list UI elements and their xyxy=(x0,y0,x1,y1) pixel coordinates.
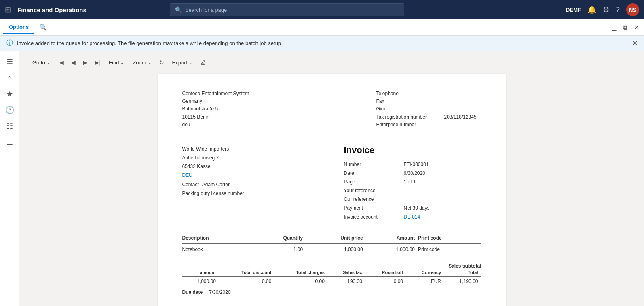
search-input[interactable] xyxy=(185,7,399,13)
export-button[interactable]: Export ⌄ xyxy=(169,58,196,67)
report-area: Go to ⌄ |◀ ◀ ▶ ▶| Find ⌄ Zoom ⌄ ↻ Export… xyxy=(19,51,644,306)
nav-last-button[interactable]: ▶| xyxy=(92,57,103,67)
sidebar-modules-icon[interactable]: ☰ xyxy=(2,135,17,150)
find-button[interactable]: Find ⌄ xyxy=(106,58,127,67)
popout-icon[interactable]: ⧉ xyxy=(621,22,629,33)
top-navigation: ⊞ Finance and Operations 🔍 DEMF 🔔 ⚙ ? NS xyxy=(0,0,644,19)
invoice-page-value: 1 of 1 xyxy=(404,178,416,187)
grid-icon[interactable]: ⊞ xyxy=(5,5,11,14)
col-unit-price: Unit price xyxy=(306,234,366,244)
invoice-number-row: Number FTI-000001 xyxy=(344,160,481,169)
col-round-off-header: Round-off xyxy=(365,269,406,277)
totals-round-off: 0.00 xyxy=(365,277,406,286)
company-street: Bahnhofstraße 5 xyxy=(182,105,249,113)
search-icon: 🔍 xyxy=(175,6,182,13)
contact-value: Adam Carter xyxy=(202,181,230,189)
sales-subtotal-label: Sales subtotal xyxy=(448,263,481,269)
line-items-table: Description Quantity Unit price Amount P… xyxy=(182,234,481,255)
fax-row: Fax xyxy=(376,98,481,105)
refresh-button[interactable]: ↻ xyxy=(157,57,167,67)
tab-bar-right: ⎯ ⧉ ✕ xyxy=(611,22,641,33)
export-chevron: ⌄ xyxy=(189,60,192,65)
enterprise-row: Enterprise number xyxy=(376,121,481,129)
environment-label: DEMF xyxy=(566,7,581,13)
company-country: Germany xyxy=(182,98,249,105)
print-button[interactable]: 🖨 xyxy=(198,57,208,67)
customer-name: World Wide Importers xyxy=(182,145,244,154)
invoice-date-value: 6/30/2020 xyxy=(404,169,425,178)
tab-search-icon[interactable]: 🔍 xyxy=(36,22,51,33)
totals-sales-tax: 190.00 xyxy=(328,277,365,286)
invoice-date-row: Date 6/30/2020 xyxy=(344,169,481,178)
totals-amount: 1,000.00 xyxy=(182,277,219,286)
invoice-payment-value: Net 30 days xyxy=(404,204,430,213)
notification-text: Invoice added to the queue for processin… xyxy=(17,40,281,46)
pin-icon[interactable]: ⎯ xyxy=(611,22,618,33)
avatar[interactable]: NS xyxy=(626,3,639,16)
close-icon[interactable]: ✕ xyxy=(632,22,641,33)
gear-icon[interactable]: ⚙ xyxy=(603,5,609,14)
nav-first-button[interactable]: |◀ xyxy=(56,57,67,67)
line-amount: 1,000.00 xyxy=(366,244,418,255)
tax-reg-label: Tax registration number xyxy=(376,113,441,121)
tab-options[interactable]: Options xyxy=(3,21,34,34)
col-total-discount-header: Total discount xyxy=(219,269,275,277)
sidebar-recent-icon[interactable]: 🕐 xyxy=(2,103,17,117)
bell-icon[interactable]: 🔔 xyxy=(587,5,596,14)
info-icon: ⓘ xyxy=(6,39,13,47)
customer-city: 65432 Kassel xyxy=(182,162,244,171)
invoice-payment-label: Payment xyxy=(344,204,401,213)
totals-total: 1,190.00 xyxy=(444,277,481,286)
nav-next-button[interactable]: ▶ xyxy=(80,57,90,67)
due-date-row: Due date 7/30/2020 xyxy=(182,289,481,295)
goto-chevron: ⌄ xyxy=(47,60,50,65)
due-date-value: 7/30/2020 xyxy=(209,289,230,295)
invoice-yourref-label: Your reference xyxy=(344,187,401,196)
invoice-ourref-row: Our reference xyxy=(344,195,481,204)
invoice-number-value: FTI-000001 xyxy=(404,160,429,169)
invoice-account-row: Invoice account DE-014 xyxy=(344,213,481,222)
nav-right: DEMF 🔔 ⚙ ? NS xyxy=(566,3,639,16)
sidebar-favorites-icon[interactable]: ★ xyxy=(2,87,17,101)
company-name: Contoso Entertainment System xyxy=(182,90,249,98)
sidebar: ☰ ⌂ ★ 🕐 ☷ ☰ xyxy=(0,51,19,306)
customer-country-link[interactable]: DEU xyxy=(182,172,192,178)
sidebar-workspaces-icon[interactable]: ☷ xyxy=(2,119,17,134)
invoice-ourref-label: Our reference xyxy=(344,195,401,204)
notification-banner: ⓘ Invoice added to the queue for process… xyxy=(0,36,644,51)
help-icon[interactable]: ? xyxy=(616,6,620,14)
contact-label: Contact xyxy=(182,181,199,189)
company-lang: deu xyxy=(182,121,249,129)
zoom-button[interactable]: Zoom ⌄ xyxy=(129,58,154,67)
customer-street: Auherhahnweg 7 xyxy=(182,154,244,163)
telephone-row: Telephone xyxy=(376,90,481,98)
packing-label: Packing duty license number xyxy=(182,189,244,198)
col-print-code: Print code xyxy=(418,234,481,244)
totals-charges: 0.00 xyxy=(274,277,327,286)
goto-button[interactable]: Go to ⌄ xyxy=(29,58,53,67)
col-total-header: Total xyxy=(444,269,481,277)
col-sales-tax-header: Sales tax xyxy=(328,269,365,277)
totals-discount: 0.00 xyxy=(219,277,275,286)
col-amount-header: amount xyxy=(182,269,219,277)
invoice-section: World Wide Importers Auherhahnweg 7 6543… xyxy=(182,145,481,221)
col-currency-header: Currency xyxy=(406,269,444,277)
sidebar-hamburger-icon[interactable]: ☰ xyxy=(2,54,17,69)
company-right-info: Telephone Fax Giro Tax registration numb… xyxy=(376,90,481,129)
sidebar-home-icon[interactable]: ⌂ xyxy=(2,70,17,85)
tax-reg-value: 203/118/12345 xyxy=(444,113,477,121)
notification-close-button[interactable]: ✕ xyxy=(632,39,638,47)
invoice-payment-row: Payment Net 30 days xyxy=(344,204,481,213)
totals-currency: EUR xyxy=(406,277,444,286)
invoice-account-label: Invoice account xyxy=(344,213,401,222)
invoice-meta-table: Number FTI-000001 Date 6/30/2020 Page 1 … xyxy=(344,160,481,221)
enterprise-label: Enterprise number xyxy=(376,121,441,129)
nav-prev-button[interactable]: ◀ xyxy=(69,57,78,67)
invoice-page-row: Page 1 of 1 xyxy=(344,178,481,187)
invoice-account-link[interactable]: DE-014 xyxy=(404,213,420,222)
invoice-number-label: Number xyxy=(344,160,401,169)
viewer-toolbar: Go to ⌄ |◀ ◀ ▶ ▶| Find ⌄ Zoom ⌄ ↻ Export… xyxy=(29,57,634,67)
search-bar[interactable]: 🔍 xyxy=(170,3,404,16)
tax-reg-row: Tax registration number 203/118/12345 xyxy=(376,113,481,121)
line-description: Notebook xyxy=(182,244,253,255)
